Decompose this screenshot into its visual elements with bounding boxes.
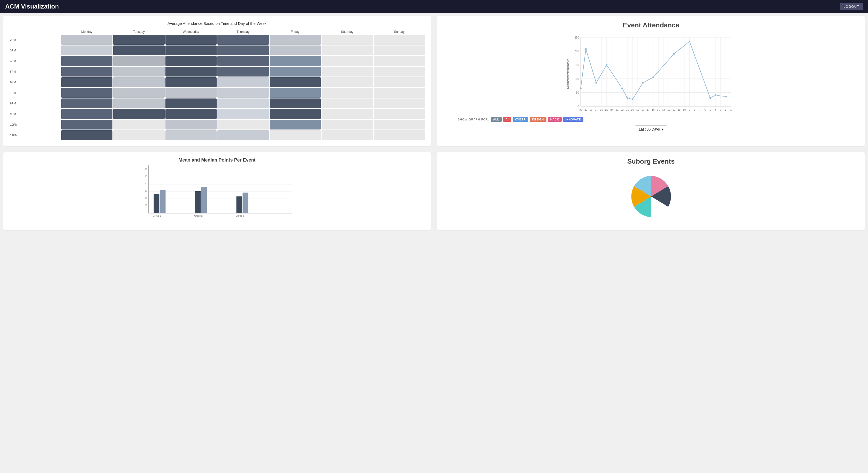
svg-text:2: 2 [725, 108, 726, 111]
heatmap-cell [61, 45, 113, 55]
heatmap-time-label: 3PM [9, 45, 61, 55]
bar-chart-title: Mean and Median Points Per Event [8, 157, 426, 163]
svg-text:5: 5 [710, 108, 711, 111]
heatmap-cell [113, 45, 165, 55]
svg-text:28: 28 [590, 108, 592, 111]
heatmap-cell [113, 130, 165, 140]
svg-point-86 [725, 95, 727, 98]
heatmap-time-label: 9PM [9, 109, 61, 119]
svg-text:20: 20 [631, 108, 634, 111]
heatmap-cell [270, 98, 321, 108]
event-attendance-title: Event Attendance [442, 21, 860, 29]
heatmap-cell [165, 45, 217, 55]
suborg-panel: Suborg Events [437, 152, 865, 230]
heatmap-cell [321, 67, 373, 76]
heatmap-title: Average Attendance Based on Time and Day… [8, 21, 426, 26]
heatmap-cell [217, 56, 269, 66]
svg-text:10: 10 [145, 204, 147, 207]
pie-area [442, 168, 860, 225]
heatmap-time-label: 2PM [9, 35, 61, 45]
heatmap-cell [61, 130, 113, 140]
attendance-svg: Number of Attendees 05010015020025030292… [442, 32, 860, 115]
svg-point-82 [673, 53, 675, 55]
heatmap-time-label: 8PM [9, 98, 61, 108]
heatmap-cell [374, 45, 425, 55]
dropdown-label: Last 30 Days [639, 127, 660, 131]
heatmap-cell [374, 35, 425, 45]
header: ACM Visualization LOGOUT [0, 0, 868, 13]
heatmap-cell [113, 35, 165, 45]
svg-point-77 [621, 87, 623, 89]
svg-text:60: 60 [145, 168, 147, 170]
heatmap-cell [165, 67, 217, 76]
time-range-dropdown[interactable]: Last 30 Days ▾ [635, 125, 667, 133]
svg-point-75 [595, 82, 597, 84]
heatmap-cell [61, 56, 113, 66]
suborg-pie-svg [618, 170, 685, 222]
svg-text:150: 150 [575, 63, 579, 66]
filter-row: SHOW GRAPH FOR: ALLAICYBERDESIGNHACKINNO… [458, 117, 860, 122]
svg-rect-108 [237, 196, 242, 213]
filter-button-ai[interactable]: AI [503, 117, 511, 122]
heatmap-cell [113, 98, 165, 108]
filter-button-hack[interactable]: HACK [548, 117, 562, 122]
heatmap-cell [113, 109, 165, 119]
svg-text:Number of Attendees: Number of Attendees [566, 59, 569, 85]
svg-text:18: 18 [642, 108, 644, 111]
heatmap-cell [61, 109, 113, 119]
svg-text:11: 11 [678, 108, 681, 111]
heatmap-day-header: Tuesday [113, 29, 165, 34]
heatmap-cell [374, 98, 425, 108]
svg-point-80 [642, 82, 644, 84]
heatmap-cell [61, 35, 113, 45]
heatmap-cell [113, 88, 165, 98]
heatmap-time-label: 5PM [9, 67, 61, 76]
heatmap-cell [165, 130, 217, 140]
svg-text:30: 30 [579, 108, 582, 111]
filter-button-all[interactable]: ALL [491, 117, 502, 122]
svg-text:Group 3: Group 3 [236, 215, 244, 217]
heatmap-cell [270, 67, 321, 76]
svg-text:8: 8 [694, 108, 695, 111]
svg-text:17: 17 [647, 108, 650, 111]
svg-text:22: 22 [621, 108, 624, 111]
svg-rect-109 [243, 193, 248, 213]
svg-text:24: 24 [610, 108, 613, 111]
bar-chart-svg: 0 10 20 30 40 50 60 70 [8, 165, 426, 217]
heatmap-cell [374, 67, 425, 76]
heatmap-cell [374, 56, 425, 66]
heatmap-cell [217, 77, 269, 87]
bar-chart-area: 0 10 20 30 40 50 60 70 [8, 165, 426, 217]
heatmap-cell [374, 130, 425, 140]
filter-button-design[interactable]: DESIGN [530, 117, 547, 122]
heatmap-cell [217, 67, 269, 76]
svg-text:30: 30 [145, 189, 147, 192]
heatmap-cell [113, 120, 165, 129]
heatmap-cell [270, 109, 321, 119]
bottom-grid: Mean and Median Points Per Event 0 10 20… [0, 149, 868, 233]
svg-rect-105 [160, 190, 166, 213]
heatmap-cell [374, 77, 425, 87]
heatmap-cell [165, 109, 217, 119]
chevron-down-icon: ▾ [661, 127, 663, 131]
heatmap-day-header: Sunday [374, 29, 425, 34]
svg-text:25: 25 [605, 108, 608, 111]
logout-button[interactable]: LOGOUT [840, 3, 863, 10]
svg-text:70: 70 [145, 165, 147, 166]
heatmap-time-label: 7PM [9, 88, 61, 98]
heatmap-cell [270, 56, 321, 66]
svg-point-76 [606, 64, 608, 66]
svg-text:4: 4 [715, 108, 716, 111]
svg-text:26: 26 [600, 108, 603, 111]
svg-text:20: 20 [145, 197, 147, 199]
svg-text:1: 1 [730, 108, 732, 111]
filter-button-innovate[interactable]: INNOVATE [563, 117, 583, 122]
heatmap-container: MondayTuesdayWednesdayThursdayFridaySatu… [8, 29, 426, 141]
heatmap-cell [165, 35, 217, 45]
heatmap-cell [321, 98, 373, 108]
svg-text:29: 29 [584, 108, 587, 111]
svg-rect-107 [202, 187, 207, 213]
svg-text:3: 3 [720, 108, 721, 111]
heatmap-day-header: Saturday [321, 29, 373, 34]
filter-button-cyber[interactable]: CYBER [513, 117, 528, 122]
